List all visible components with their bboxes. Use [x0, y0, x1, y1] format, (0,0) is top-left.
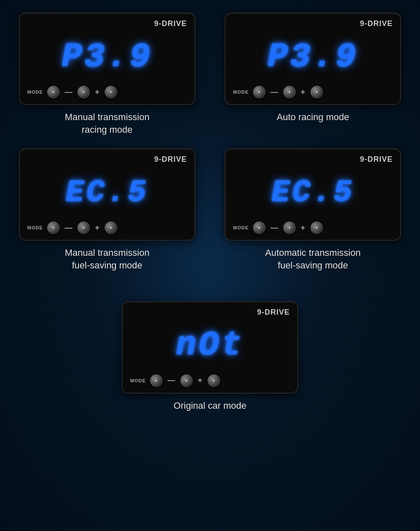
mode-label-2: MODE	[233, 89, 249, 95]
plus-knob-1[interactable]	[105, 86, 117, 98]
mode-label-4: MODE	[233, 225, 249, 230]
mode-label-5: MODE	[130, 378, 146, 383]
bottom-row: 9-DRIVE nOt MODE — + Original car mode	[13, 289, 407, 412]
display-original: nOt	[130, 318, 290, 373]
plus-knob-3[interactable]	[105, 221, 117, 234]
controls-3: MODE — +	[27, 221, 187, 234]
brand-label-5: 9-DRIVE	[130, 308, 290, 317]
plus-knob-4[interactable]	[310, 221, 323, 234]
plus-knob-2[interactable]	[310, 86, 323, 98]
caption-auto-racing: Auto racing mode	[277, 111, 349, 124]
lcd-not: nOt	[176, 329, 244, 362]
display-auto-fuel: EC.5	[233, 166, 393, 220]
device-original: 9-DRIVE nOt MODE — +	[122, 301, 298, 394]
lcd-p39-2: P3.9	[268, 40, 358, 74]
brand-label-4: 9-DRIVE	[233, 155, 393, 164]
controls-2: MODE — +	[233, 86, 393, 98]
device-auto-racing: 9-DRIVE P3.9 MODE — +	[225, 13, 401, 105]
device-manual-fuel: 9-DRIVE EC.5 MODE — +	[19, 148, 195, 241]
lcd-p39-1: P3.9	[62, 40, 152, 74]
minus-sym-3: —	[65, 223, 72, 232]
controls-4: MODE — +	[233, 221, 393, 234]
minus-knob-1[interactable]	[77, 86, 90, 98]
minus-sym-4: —	[270, 223, 278, 232]
minus-sym-2: —	[270, 88, 278, 97]
unit-auto-fuel: 9-DRIVE EC.5 MODE — + Automatic transmis…	[218, 148, 407, 271]
brand-label-1: 9-DRIVE	[27, 19, 187, 28]
plus-sym-2: +	[301, 88, 305, 97]
caption-manual-fuel: Manual transmission fuel-saving mode	[65, 247, 150, 271]
display-auto-racing: P3.9	[233, 30, 393, 84]
caption-manual-racing: Manual transmission racing mode	[65, 111, 150, 136]
controls-5: MODE — +	[130, 374, 290, 387]
unit-auto-racing: 9-DRIVE P3.9 MODE — + Auto racing mode	[218, 13, 407, 136]
plus-knob-5[interactable]	[207, 374, 220, 387]
minus-sym-1: —	[65, 88, 72, 97]
device-grid: 9-DRIVE P3.9 MODE — + Manual transmissio…	[13, 13, 407, 412]
mode-knob-1[interactable]	[47, 86, 60, 98]
plus-sym-4: +	[301, 223, 305, 232]
unit-manual-fuel: 9-DRIVE EC.5 MODE — + Manual transmissio…	[13, 148, 202, 271]
minus-knob-2[interactable]	[283, 86, 296, 98]
lcd-ec5-1: EC.5	[66, 178, 149, 208]
minus-sym-5: —	[168, 376, 175, 385]
display-manual-racing: P3.9	[27, 30, 187, 84]
mode-knob-5[interactable]	[150, 374, 163, 387]
plus-sym-1: +	[95, 88, 100, 97]
controls-1: MODE — +	[27, 86, 187, 98]
plus-sym-5: +	[198, 376, 202, 385]
mode-knob-2[interactable]	[253, 86, 265, 98]
mode-knob-3[interactable]	[47, 221, 60, 234]
device-manual-racing: 9-DRIVE P3.9 MODE — +	[19, 13, 195, 105]
lcd-ec5-2: EC.5	[272, 178, 354, 208]
brand-label-3: 9-DRIVE	[27, 155, 187, 164]
unit-original: 9-DRIVE nOt MODE — + Original car mode	[122, 301, 298, 412]
minus-knob-3[interactable]	[77, 221, 90, 234]
caption-auto-fuel: Automatic transmission fuel-saving mode	[265, 247, 360, 271]
mode-label-3: MODE	[27, 225, 43, 230]
minus-knob-5[interactable]	[180, 374, 193, 387]
plus-sym-3: +	[95, 223, 100, 232]
display-manual-fuel: EC.5	[27, 166, 187, 220]
mode-knob-4[interactable]	[253, 221, 265, 234]
caption-original: Original car mode	[173, 400, 247, 412]
minus-knob-4[interactable]	[283, 221, 296, 234]
brand-label-2: 9-DRIVE	[233, 19, 393, 28]
device-auto-fuel: 9-DRIVE EC.5 MODE — +	[225, 148, 401, 241]
unit-manual-racing: 9-DRIVE P3.9 MODE — + Manual transmissio…	[13, 13, 202, 136]
mode-label-1: MODE	[27, 89, 43, 95]
